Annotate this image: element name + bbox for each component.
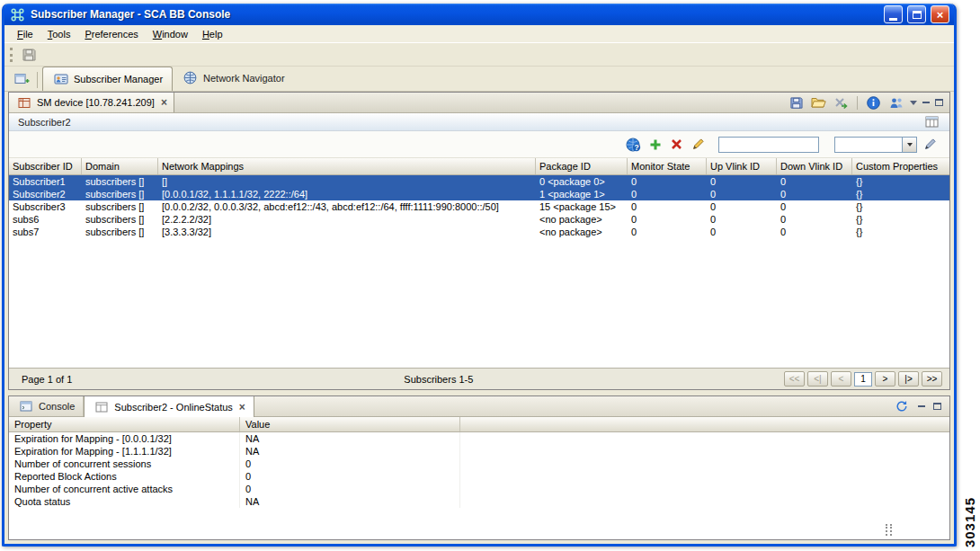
help-globe-icon[interactable]: ? bbox=[625, 136, 642, 153]
property-table-header: Property Value bbox=[9, 417, 949, 432]
property-row[interactable]: Number of concurrent active attacks 0 bbox=[9, 483, 949, 495]
subscriber-row[interactable]: Subscriber1 subscribers [] [] 0 <package… bbox=[9, 175, 949, 188]
property-row[interactable]: Expiration for Mapping - [1.1.1.1/32] NA bbox=[9, 445, 949, 458]
property-row[interactable]: Expiration for Mapping - [0.0.0.1/32] NA bbox=[9, 432, 949, 445]
toolbar-grip[interactable] bbox=[10, 48, 13, 62]
titlebar[interactable]: Subscriber Manager - SCA BB Console × bbox=[4, 4, 954, 25]
empty-cell bbox=[460, 495, 949, 508]
page-number-field[interactable]: 1 bbox=[854, 372, 872, 387]
close-tab-icon[interactable]: × bbox=[237, 401, 245, 413]
bottom-panel-icons bbox=[893, 396, 949, 416]
subscriber-table-body: Subscriber1 subscribers [] [] 0 <package… bbox=[9, 175, 949, 368]
info-icon[interactable] bbox=[865, 94, 882, 111]
subscriber-row[interactable]: Subscriber3 subscribers [] [0.0.0.2/32, … bbox=[9, 200, 949, 213]
table-cell: {} bbox=[852, 213, 949, 226]
pagination-footer: Page 1 of 1 Subscribers 1-5 << <| < 1 > … bbox=[9, 368, 949, 389]
export-icon[interactable] bbox=[833, 94, 850, 111]
next-page-button[interactable]: > bbox=[875, 371, 895, 387]
last-page-button[interactable]: >> bbox=[922, 371, 942, 387]
column-header-subscriber-id[interactable]: Subscriber ID bbox=[9, 158, 82, 174]
close-tab-icon[interactable]: × bbox=[159, 96, 167, 109]
view-menu-chevron-icon[interactable] bbox=[910, 101, 917, 105]
subscriber-row[interactable]: subs7 subscribers [] [3.3.3.3/32] <no pa… bbox=[9, 226, 949, 238]
first-page-button[interactable]: << bbox=[784, 371, 805, 387]
bottom-panel: Console Subscriber2 - OnlineStatus × Pro bbox=[8, 395, 950, 540]
table-cell: 0 bbox=[777, 188, 852, 200]
delete-subscriber-icon[interactable] bbox=[668, 136, 685, 153]
column-header-monitor-state[interactable]: Monitor State bbox=[628, 158, 707, 174]
prev-block-button[interactable]: <| bbox=[807, 371, 828, 387]
editor-area: SM device [10.78.241.209] × bbox=[8, 92, 950, 390]
property-row[interactable]: Number of concurrent sessions 0 bbox=[9, 458, 949, 470]
maximize-view-icon[interactable] bbox=[933, 403, 941, 410]
tab-subscriber-manager[interactable]: Subscriber Manager bbox=[42, 67, 173, 91]
users-icon[interactable] bbox=[887, 94, 904, 111]
column-header-value[interactable]: Value bbox=[240, 417, 460, 431]
property-row[interactable]: Reported Block Actions 0 bbox=[9, 470, 949, 483]
column-header-property[interactable]: Property bbox=[9, 417, 240, 431]
column-header-down-vlink-id[interactable]: Down Vlink ID bbox=[777, 158, 852, 174]
prev-page-button[interactable]: < bbox=[831, 371, 851, 387]
tab-label: Subscriber Manager bbox=[74, 74, 163, 84]
minimize-view-icon[interactable] bbox=[918, 405, 925, 407]
maximize-view-icon[interactable] bbox=[935, 99, 943, 106]
menu-file[interactable]: File bbox=[10, 27, 40, 41]
online-status-icon bbox=[93, 398, 110, 415]
refresh-icon[interactable] bbox=[893, 398, 910, 415]
add-subscriber-icon[interactable] bbox=[646, 136, 664, 153]
next-block-button[interactable]: |> bbox=[898, 371, 919, 387]
edit-subscriber-icon[interactable] bbox=[690, 136, 707, 153]
maximize-button[interactable] bbox=[907, 5, 926, 23]
tab-online-status[interactable]: Subscriber2 - OnlineStatus × bbox=[84, 396, 254, 417]
combo-dropdown-button[interactable] bbox=[902, 138, 916, 152]
close-button[interactable]: × bbox=[931, 5, 949, 23]
subscriber-row[interactable]: subs6 subscribers [] [2.2.2.2/32] <no pa… bbox=[9, 213, 949, 226]
save-icon[interactable] bbox=[20, 46, 37, 63]
table-cell: 0 <package 0> bbox=[536, 175, 628, 188]
menu-preferences[interactable]: Preferences bbox=[77, 27, 145, 41]
minimize-button[interactable] bbox=[884, 5, 903, 23]
value-cell: 0 bbox=[240, 470, 460, 483]
property-cell: Quota status bbox=[9, 495, 240, 508]
property-row[interactable]: Quota status NA bbox=[9, 495, 949, 508]
filter-edit-icon[interactable] bbox=[922, 136, 939, 153]
property-cell: Expiration for Mapping - [0.0.0.1/32] bbox=[9, 432, 240, 445]
menu-window[interactable]: Window bbox=[146, 27, 195, 41]
resize-grip[interactable] bbox=[886, 524, 892, 536]
save-subscriber-icon[interactable] bbox=[788, 94, 805, 111]
menu-tools[interactable]: Tools bbox=[40, 27, 78, 41]
column-header-custom-properties[interactable]: Custom Properties bbox=[852, 158, 949, 174]
value-cell: NA bbox=[240, 445, 460, 458]
table-cell: 0 bbox=[707, 213, 777, 226]
table-cell: [] bbox=[158, 175, 536, 188]
table-cell: subscribers [] bbox=[82, 200, 158, 213]
table-cell: [0.0.0.1/32, 1.1.1.1/32, 2222::/64] bbox=[158, 188, 536, 200]
subscriber-row[interactable]: Subscriber2 subscribers [] [0.0.0.1/32, … bbox=[9, 188, 949, 200]
value-cell: 0 bbox=[240, 483, 460, 495]
open-perspective-icon[interactable] bbox=[9, 67, 35, 91]
table-cell: 0 bbox=[707, 175, 777, 188]
tab-network-navigator[interactable]: Network Navigator bbox=[173, 67, 293, 91]
subscriber-filter-input[interactable] bbox=[718, 137, 819, 153]
table-cell: {} bbox=[852, 226, 949, 238]
column-header-domain[interactable]: Domain bbox=[82, 158, 158, 174]
columns-config-icon[interactable] bbox=[923, 113, 940, 130]
table-cell: subscribers [] bbox=[82, 213, 158, 226]
main-toolbar bbox=[4, 43, 954, 67]
domain-combo[interactable] bbox=[834, 137, 917, 153]
table-cell: subs6 bbox=[9, 213, 82, 226]
table-cell: subs7 bbox=[9, 226, 82, 238]
minimize-view-icon[interactable] bbox=[922, 102, 930, 103]
table-cell: subscribers [] bbox=[82, 226, 158, 238]
table-cell: 0 bbox=[707, 200, 777, 213]
column-header-network-mappings[interactable]: Network Mappings bbox=[158, 158, 536, 174]
import-folder-icon[interactable] bbox=[810, 94, 827, 111]
menu-help[interactable]: Help bbox=[195, 27, 230, 41]
empty-cell bbox=[460, 483, 949, 495]
minimize-icon bbox=[889, 18, 897, 21]
tab-console[interactable]: Console bbox=[9, 396, 84, 416]
tab-sm-device[interactable]: SM device [10.78.241.209] × bbox=[9, 93, 174, 112]
tab-label: Network Navigator bbox=[203, 73, 284, 84]
column-header-up-vlink-id[interactable]: Up Vlink ID bbox=[707, 158, 777, 174]
column-header-package-id[interactable]: Package ID bbox=[536, 158, 628, 174]
